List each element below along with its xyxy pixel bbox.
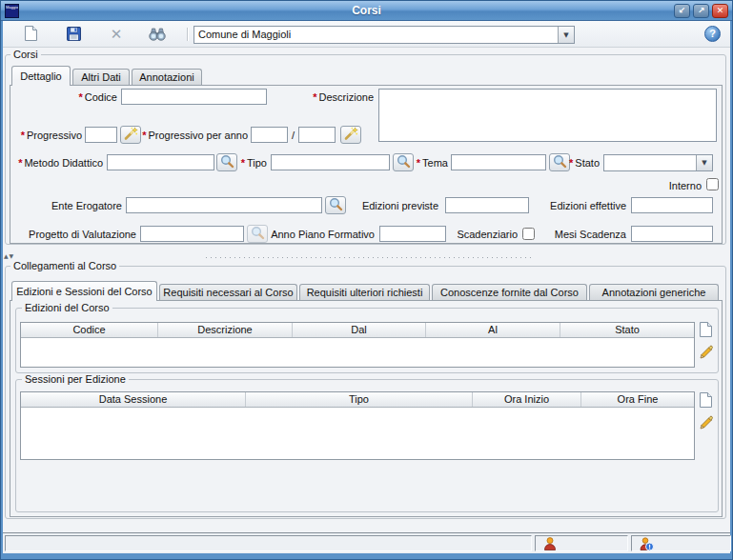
- column-header-ora-inizio[interactable]: Ora Inizio: [473, 392, 581, 407]
- anno-slash-separator: /: [292, 130, 295, 141]
- progressivo-anno-numero-input[interactable]: [251, 127, 288, 143]
- edizioni-table-header: Codice Descrizione Dal Al Stato: [21, 323, 694, 338]
- edizioni-effettive-input[interactable]: [631, 197, 713, 213]
- progressivo-per-anno-label: *Progressivo per anno: [141, 130, 248, 141]
- anno-piano-formativo-input[interactable]: [379, 226, 446, 242]
- pencil-icon: [699, 344, 713, 362]
- mesi-scadenza-input[interactable]: [631, 226, 713, 242]
- ente-erogatore-input[interactable]: [126, 197, 322, 213]
- save-floppy-icon: [66, 26, 82, 44]
- sessioni-table: Data Sessione Tipo Ora Inizio Ora Fine: [20, 391, 695, 460]
- minimize-icon: ↙: [679, 6, 686, 15]
- status-panel-user: [535, 535, 628, 551]
- window-title: Corsi: [1, 1, 732, 21]
- tema-label: *Tema: [414, 157, 448, 169]
- column-header-ora-fine[interactable]: Ora Fine: [581, 392, 694, 407]
- app-window: Maggioli Corsi ↙ ↗ ✕ ✕: [0, 0, 733, 560]
- required-marker: *: [313, 91, 316, 103]
- ente-erogatore-lookup-button[interactable]: [325, 196, 346, 214]
- edizioni-table: Codice Descrizione Dal Al Stato: [20, 322, 695, 368]
- tema-input[interactable]: [451, 154, 546, 170]
- minimize-button[interactable]: ↙: [674, 4, 690, 18]
- sessioni-group-label: Sessioni per Edizione: [22, 373, 129, 385]
- edizioni-table-body[interactable]: [21, 338, 694, 367]
- required-marker: *: [78, 91, 82, 103]
- edizioni-edit-button[interactable]: [696, 343, 715, 363]
- progressivo-autonumber-button[interactable]: [120, 126, 141, 144]
- help-button[interactable]: ?: [704, 26, 721, 42]
- help-icon: ?: [709, 28, 716, 39]
- user-icon[interactable]: [542, 536, 558, 551]
- magnifier-icon: [220, 154, 234, 170]
- tab-requisiti-ulteriori[interactable]: Requisiti ulteriori richiesti: [299, 284, 430, 300]
- progressivo-anno-autonumber-button[interactable]: [340, 126, 361, 144]
- save-button[interactable]: [62, 24, 85, 45]
- scadenziario-label: Scadenziario: [446, 229, 518, 240]
- scadenziario-checkbox[interactable]: [522, 228, 535, 240]
- progressivo-input[interactable]: [85, 127, 117, 143]
- required-marker: *: [417, 157, 420, 169]
- tab-conoscenze-fornite[interactable]: Conoscenze fornite dal Corso: [432, 284, 587, 300]
- edizioni-group-label: Edizioni del Corso: [22, 302, 112, 313]
- column-header-descrizione[interactable]: Descrizione: [158, 323, 293, 337]
- column-header-dal[interactable]: Dal: [293, 323, 426, 337]
- tab-annotazioni-generiche[interactable]: Annotazioni generiche: [589, 284, 719, 300]
- interno-checkbox[interactable]: [706, 178, 719, 190]
- find-button[interactable]: [146, 24, 169, 45]
- new-record-button[interactable]: [19, 24, 42, 45]
- sessioni-table-header: Data Sessione Tipo Ora Inizio Ora Fine: [21, 392, 694, 408]
- tab-annotazioni[interactable]: Annotazioni: [132, 69, 202, 85]
- maximize-button[interactable]: ↗: [693, 4, 709, 18]
- sessioni-edit-button[interactable]: [696, 413, 715, 433]
- anno-piano-formativo-label: Anno Piano Formativo: [271, 229, 375, 240]
- descrizione-textarea[interactable]: [378, 89, 717, 142]
- stato-label: *Stato: [566, 157, 600, 169]
- column-header-tipo[interactable]: Tipo: [246, 392, 473, 407]
- magnifier-icon: [329, 197, 343, 213]
- magnifier-icon: [397, 154, 411, 170]
- close-button[interactable]: ✕: [712, 4, 728, 18]
- tab-dettaglio[interactable]: Dettaglio: [11, 66, 71, 86]
- delete-button[interactable]: ✕: [105, 24, 128, 45]
- toolbar-separator: [187, 28, 188, 41]
- interno-label: Interno: [629, 180, 702, 191]
- edizioni-new-button[interactable]: [696, 320, 715, 340]
- codice-input[interactable]: [121, 89, 267, 105]
- tab-altri-dati[interactable]: Altri Dati: [72, 69, 130, 85]
- metodo-didattico-lookup-button[interactable]: [216, 153, 237, 171]
- delete-x-icon: ✕: [111, 28, 123, 42]
- toolbar: ✕ Comune di Maggioli ▼ ?: [3, 21, 730, 48]
- stato-combobox[interactable]: ▼: [603, 154, 713, 171]
- tipo-lookup-button[interactable]: [393, 153, 414, 171]
- splitter-collapse-icons[interactable]: ▲▼: [4, 252, 14, 259]
- edizioni-previste-input[interactable]: [445, 197, 529, 213]
- progetto-valutazione-lookup-button[interactable]: [247, 225, 268, 243]
- pencil-icon: [699, 414, 713, 432]
- progressivo-anno-anno-input[interactable]: [298, 127, 336, 143]
- chevron-down-icon: ▼: [696, 155, 712, 170]
- progetto-valutazione-label: Progetto di Valutazione: [19, 229, 136, 240]
- context-combobox[interactable]: Comune di Maggioli ▼: [193, 26, 575, 44]
- splitter-handle[interactable]: [204, 256, 534, 259]
- column-header-al[interactable]: Al: [426, 323, 560, 337]
- stato-combobox-value: [604, 155, 696, 170]
- required-marker: *: [569, 157, 573, 169]
- tab-requisiti-necessari[interactable]: Requisiti necessari al Corso: [159, 284, 297, 300]
- required-marker: *: [142, 130, 146, 141]
- tab-edizioni-sessioni[interactable]: Edizioni e Sessioni del Corso: [11, 281, 157, 301]
- new-document-icon: [24, 25, 38, 44]
- tipo-label: *Tipo: [239, 157, 267, 169]
- mesi-scadenza-label: Mesi Scadenza: [547, 229, 626, 240]
- sessioni-table-body[interactable]: [21, 408, 694, 459]
- sessioni-new-button[interactable]: [696, 390, 715, 410]
- column-header-data-sessione[interactable]: Data Sessione: [21, 392, 246, 407]
- magic-wand-icon: [123, 127, 138, 143]
- column-header-codice[interactable]: Codice: [21, 323, 158, 337]
- metodo-didattico-input[interactable]: [107, 154, 214, 170]
- title-bar: Maggioli Corsi ↙ ↗ ✕: [1, 1, 732, 21]
- tipo-input[interactable]: [271, 154, 390, 170]
- magnifier-icon: [251, 226, 265, 242]
- column-header-stato[interactable]: Stato: [560, 323, 694, 337]
- user-info-icon[interactable]: [639, 536, 654, 551]
- progetto-valutazione-input[interactable]: [140, 226, 244, 242]
